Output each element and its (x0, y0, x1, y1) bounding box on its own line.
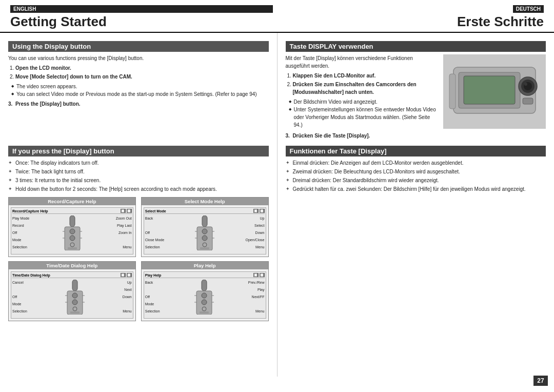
press-bullet-r3: Dreimal drücken: Der Standardbildschirm … (286, 177, 546, 184)
svg-rect-46 (200, 311, 209, 313)
mid-section: If you press the [Display] button Once: … (0, 142, 554, 195)
labels-left-sm: Back Off Close Mode Selection (145, 215, 164, 251)
bullets-right: Der Bildschirm Video wird angezeigt. Unt… (286, 98, 546, 129)
svg-point-44 (202, 300, 207, 305)
icon-2: ▦ (127, 209, 132, 213)
svg-rect-41 (202, 280, 207, 291)
press-bullet-r1: Einmal drücken: Die Anzeigen auf dem LCD… (286, 159, 546, 167)
labels-right-td: Up Next Down Menu (123, 279, 132, 315)
time-date-content: Time/Date Dialog Help ▣ ▦ Cancel (9, 269, 135, 321)
icon-td-1: ▣ (121, 273, 126, 277)
svg-point-25 (203, 243, 207, 247)
step-2: Move [Mode Selector] down to turn on the… (15, 73, 269, 81)
press-bullet-3: 3 times: It returns to the initial scree… (8, 177, 269, 184)
svg-point-34 (72, 300, 77, 305)
labels-right-sm: Up Select Down Open/Close Menu (246, 215, 265, 251)
svg-rect-11 (70, 215, 75, 227)
joystick-sm (165, 215, 244, 251)
select-mode-help-box: Select Mode Help Select Mode ▣ ▦ (141, 197, 269, 257)
icons: ▣ ▦ (121, 209, 132, 213)
time-date-header: Time/Date Dialog Help (9, 262, 135, 269)
section-header-funktionen: Funktionen der Taste [Display] (286, 146, 546, 156)
section-header-if-press: If you press the [Display] button (8, 146, 269, 156)
record-capture-header: Record/Capture Help (9, 198, 135, 205)
svg-point-7 (524, 83, 527, 86)
icons-ph: ▣ ▦ (253, 273, 265, 277)
bullet-r2: Unter Systemeinstellungen können Sie ent… (289, 106, 546, 129)
icon-ph-1: ▣ (253, 273, 259, 277)
page-number: 27 (533, 376, 548, 386)
play-help-inner: Play Help ▣ ▦ Back Off (144, 271, 266, 319)
press-bullet-1: Once: The display indicators turn off. (8, 159, 269, 167)
bullets-left: The video screen appears. You can select… (8, 83, 269, 98)
labels-left-rc: Play Mode Record Off Mode Selection (12, 215, 29, 251)
svg-rect-16 (68, 247, 77, 249)
svg-point-14 (70, 236, 75, 241)
help-diagram-rc: Play Mode Record Off Mode Selection (12, 215, 132, 251)
help-boxes-row-left-2: Time/Date Dialog Help Time/Date Dialog H… (8, 261, 269, 321)
press-bullet-r2: Zweimal drücken: Die Beleuchtung des LCD… (286, 168, 546, 175)
top-left: Using the Display button You can use var… (0, 33, 278, 142)
help-diagram-td: Cancel Off Mode Selection (12, 279, 132, 315)
record-capture-inner-header: Record/Capture Help ▣ ▦ (12, 209, 132, 214)
bottom-left: Record/Capture Help Record/Capture Help … (0, 195, 278, 377)
help-boxes-row-left: Record/Capture Help Record/Capture Help … (8, 197, 269, 257)
top-section: Using the Display button You can use var… (0, 33, 554, 142)
icons-td: ▣ ▦ (121, 273, 132, 277)
step3-left: 3. Press the [Display] button. (8, 100, 269, 108)
svg-point-13 (70, 229, 75, 234)
header-left: ENGLISH Getting Started (10, 5, 277, 32)
icons-sm: ▣ ▦ (253, 209, 265, 213)
help-diagram-ph: Back Off Mode Selection (145, 279, 265, 315)
press-bullet-4: Hold down the button for 2 seconds: The … (8, 185, 269, 193)
svg-point-24 (202, 236, 207, 241)
section-header-using: Using the Display button (8, 41, 269, 52)
bullet-r1: Der Bildschirm Video wird angezeigt. (289, 98, 546, 106)
icon-1: ▣ (121, 209, 126, 213)
steps-left: Open the LCD monitor. Move [Mode Selecto… (8, 64, 269, 81)
select-mode-header: Select Mode Help (142, 198, 268, 205)
svg-point-43 (202, 293, 207, 298)
labels-right-rc: Zoom Out Play Last Zoom In Menu (116, 215, 132, 251)
time-date-inner-header: Time/Date Dialog Help ▣ ▦ (12, 273, 132, 278)
joystick-ph (161, 279, 247, 315)
labels-right-ph: Prev./Rew Play Next/FF Menu (248, 279, 265, 315)
mid-right: Funktionen der Taste [Display] Einmal dr… (278, 142, 555, 195)
top-right: Taste DISPLAY verwenden (278, 33, 555, 142)
step-1: Open the LCD monitor. (15, 64, 269, 72)
svg-rect-21 (202, 215, 207, 227)
bottom-right (278, 195, 555, 377)
time-date-inner: Time/Date Dialog Help ▣ ▦ Cancel (11, 271, 133, 319)
icon-sm-1: ▣ (253, 209, 259, 213)
icon-ph-2: ▦ (260, 273, 265, 277)
bottom-section: Record/Capture Help Record/Capture Help … (0, 195, 554, 392)
select-mode-content: Select Mode ▣ ▦ Back Off (142, 205, 268, 257)
svg-point-33 (72, 293, 77, 298)
joystick-rc (30, 215, 115, 251)
press-bullet-r4: Gedrückt halten für ca. zwei Sekunden: D… (286, 185, 546, 193)
intro-text-left: You can use various functions pressing t… (8, 54, 269, 62)
header-right: DEUTSCH Erste Schritte (277, 5, 544, 32)
press-bullets-left: Once: The display indicators turn off. T… (8, 159, 269, 193)
play-help-inner-header: Play Help ▣ ▦ (145, 273, 265, 278)
svg-rect-26 (200, 247, 209, 249)
icon-td-2: ▦ (127, 273, 132, 277)
select-mode-inner: Select Mode ▣ ▦ Back Off (144, 207, 266, 254)
svg-point-35 (73, 307, 77, 311)
time-date-help-box: Time/Date Dialog Help Time/Date Dialog H… (8, 261, 136, 321)
labels-left-td: Cancel Off Mode Selection (12, 279, 27, 315)
record-capture-help-box: Record/Capture Help Record/Capture Help … (8, 197, 136, 257)
page: ENGLISH Getting Started DEUTSCH Erste Sc… (0, 0, 554, 392)
record-capture-content: Record/Capture Help ▣ ▦ Play Mode Record (9, 205, 135, 257)
play-help-header: Play Help (142, 262, 268, 269)
section-header-taste: Taste DISPLAY verwenden (286, 41, 546, 52)
play-help-box: Play Help Play Help ▣ ▦ (141, 261, 269, 321)
press-bullets-right: Einmal drücken: Die Anzeigen auf dem LCD… (286, 159, 546, 193)
joystick-td (28, 279, 122, 315)
icon-sm-2: ▦ (260, 209, 265, 213)
title-left: Getting Started (10, 14, 277, 32)
svg-point-23 (202, 229, 207, 234)
header: ENGLISH Getting Started DEUTSCH Erste Sc… (0, 0, 554, 33)
mid-left: If you press the [Display] button Once: … (0, 142, 278, 195)
labels-left-ph: Back Off Mode Selection (145, 279, 160, 315)
